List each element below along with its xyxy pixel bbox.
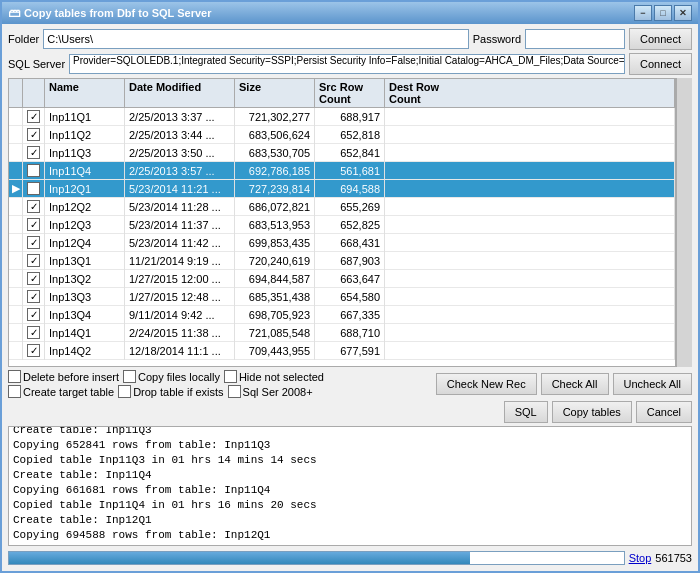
row-checkbox[interactable]: ✓ (23, 216, 45, 234)
minimize-button[interactable]: − (634, 5, 652, 21)
table-row[interactable]: ✓ Inp11Q4 2/25/2013 3:57 ... 692,786,185… (9, 162, 675, 180)
row-src: 652,818 (315, 126, 385, 144)
row-checkbox[interactable]: ✓ (23, 198, 45, 216)
row-checkbox[interactable]: ✓ (23, 324, 45, 342)
row-checkbox[interactable]: ✓ (23, 108, 45, 126)
copy-tables-button[interactable]: Copy tables (552, 401, 632, 423)
table-row[interactable]: ✓ Inp13Q1 11/21/2014 9:19 ... 720,240,61… (9, 252, 675, 270)
checkbox[interactable]: ✓ (27, 272, 40, 285)
row-name: Inp12Q2 (45, 198, 125, 216)
row-dest (385, 342, 675, 360)
row-arrow (9, 144, 23, 162)
cancel-button[interactable]: Cancel (636, 401, 692, 423)
sql-ser-option: Sql Ser 2008+ (228, 385, 313, 398)
row-date: 5/23/2014 11:21 ... (125, 180, 235, 198)
table-row[interactable]: ✓ Inp13Q2 1/27/2015 12:00 ... 694,844,58… (9, 270, 675, 288)
th-check (23, 79, 45, 107)
log-line: Copying 661681 rows from table: Inp11Q4 (13, 483, 687, 498)
row-date: 1/27/2015 12:48 ... (125, 288, 235, 306)
checkbox[interactable]: ✓ (27, 200, 40, 213)
hide-not-selected-checkbox[interactable] (224, 370, 237, 383)
checkbox[interactable]: ✓ (27, 164, 40, 177)
checkbox[interactable]: ✓ (27, 128, 40, 141)
checkbox[interactable]: ✓ (27, 110, 40, 123)
table-row[interactable]: ▶ ✓ Inp12Q1 5/23/2014 11:21 ... 727,239,… (9, 180, 675, 198)
sql-button[interactable]: SQL (504, 401, 548, 423)
row-checkbox[interactable]: ✓ (23, 288, 45, 306)
row-checkbox[interactable]: ✓ (23, 144, 45, 162)
row-name: Inp11Q4 (45, 162, 125, 180)
title-bar: 🗃 Copy tables from Dbf to SQL Server − □… (2, 2, 698, 24)
checkbox[interactable]: ✓ (27, 326, 40, 339)
delete-before-insert-checkbox[interactable] (8, 370, 21, 383)
check-all-button[interactable]: Check All (541, 373, 609, 395)
table-wrapper: Name Date Modified Size Src RowCount Des… (8, 78, 692, 367)
log-line: Create table: Inp11Q3 (13, 426, 687, 438)
folder-connect-button[interactable]: Connect (629, 28, 692, 50)
checkbox[interactable]: ✓ (27, 236, 40, 249)
checkbox[interactable]: ✓ (27, 146, 40, 159)
row-src: 652,841 (315, 144, 385, 162)
sqlserver-input[interactable]: Provider=SQLOLEDB.1;Integrated Security=… (69, 54, 625, 74)
row-dest (385, 234, 675, 252)
checkbox[interactable]: ✓ (27, 254, 40, 267)
copy-files-locally-checkbox[interactable] (123, 370, 136, 383)
log-line: Create table: Inp12Q1 (13, 513, 687, 528)
sqlserver-connect-button[interactable]: Connect (629, 53, 692, 75)
row-src: 652,825 (315, 216, 385, 234)
stop-link[interactable]: Stop (629, 552, 652, 564)
row-date: 2/25/2013 3:37 ... (125, 108, 235, 126)
checkbox[interactable]: ✓ (27, 308, 40, 321)
checkbox[interactable]: ✓ (27, 218, 40, 231)
row-dest (385, 270, 675, 288)
table-row[interactable]: ✓ Inp12Q4 5/23/2014 11:42 ... 699,853,43… (9, 234, 675, 252)
table-row[interactable]: ✓ Inp11Q2 2/25/2013 3:44 ... 683,506,624… (9, 126, 675, 144)
row-date: 9/11/2014 9:42 ... (125, 306, 235, 324)
table-row[interactable]: ✓ Inp11Q3 2/25/2013 3:50 ... 683,530,705… (9, 144, 675, 162)
sql-ser-checkbox[interactable] (228, 385, 241, 398)
drop-table-checkbox[interactable] (118, 385, 131, 398)
row-checkbox[interactable]: ✓ (23, 126, 45, 144)
row-date: 5/23/2014 11:42 ... (125, 234, 235, 252)
uncheck-all-button[interactable]: Uncheck All (613, 373, 692, 395)
table-row[interactable]: ✓ Inp13Q3 1/27/2015 12:48 ... 685,351,43… (9, 288, 675, 306)
create-target-table-checkbox[interactable] (8, 385, 21, 398)
row-checkbox[interactable]: ✓ (23, 270, 45, 288)
row-checkbox[interactable]: ✓ (23, 306, 45, 324)
row-checkbox[interactable]: ✓ (23, 180, 45, 198)
table-row[interactable]: ✓ Inp12Q2 5/23/2014 11:28 ... 686,072,82… (9, 198, 675, 216)
row-size: 683,513,953 (235, 216, 315, 234)
password-label: Password (473, 33, 521, 45)
row-date: 2/25/2013 3:44 ... (125, 126, 235, 144)
password-input[interactable] (525, 29, 625, 49)
row-src: 561,681 (315, 162, 385, 180)
row-size: 698,705,923 (235, 306, 315, 324)
row-checkbox[interactable]: ✓ (23, 342, 45, 360)
row-dest (385, 216, 675, 234)
checkbox[interactable]: ✓ (27, 182, 40, 195)
log-line: Copied table Inp11Q4 in 01 hrs 16 mins 2… (13, 498, 687, 513)
th-date: Date Modified (125, 79, 235, 107)
row-checkbox[interactable]: ✓ (23, 162, 45, 180)
maximize-button[interactable]: □ (654, 5, 672, 21)
row-arrow (9, 198, 23, 216)
row-date: 2/24/2015 11:38 ... (125, 324, 235, 342)
table-body: ✓ Inp11Q1 2/25/2013 3:37 ... 721,302,277… (9, 108, 675, 366)
row-checkbox[interactable]: ✓ (23, 234, 45, 252)
table-row[interactable]: ✓ Inp13Q4 9/11/2014 9:42 ... 698,705,923… (9, 306, 675, 324)
folder-input[interactable] (43, 29, 469, 49)
sqlserver-label: SQL Server (8, 58, 65, 70)
table-row[interactable]: ✓ Inp11Q1 2/25/2013 3:37 ... 721,302,277… (9, 108, 675, 126)
row-arrow (9, 324, 23, 342)
check-new-rec-button[interactable]: Check New Rec (436, 373, 537, 395)
row-arrow (9, 234, 23, 252)
table-scrollbar[interactable] (676, 78, 692, 367)
row-checkbox[interactable]: ✓ (23, 252, 45, 270)
table-row[interactable]: ✓ Inp12Q3 5/23/2014 11:37 ... 683,513,95… (9, 216, 675, 234)
row-arrow (9, 306, 23, 324)
table-row[interactable]: ✓ Inp14Q2 12/18/2014 11:1 ... 709,443,95… (9, 342, 675, 360)
checkbox[interactable]: ✓ (27, 344, 40, 357)
close-button[interactable]: ✕ (674, 5, 692, 21)
checkbox[interactable]: ✓ (27, 290, 40, 303)
table-row[interactable]: ✓ Inp14Q1 2/24/2015 11:38 ... 721,085,54… (9, 324, 675, 342)
